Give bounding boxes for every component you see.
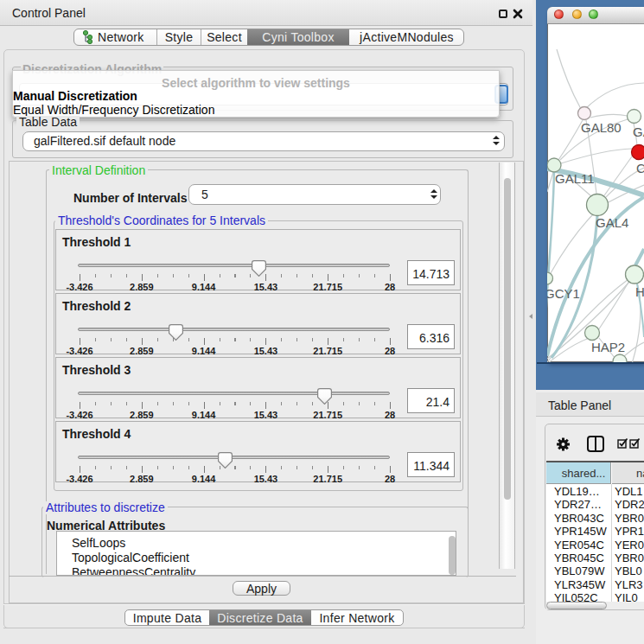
svg-text:GAL4: GAL4 xyxy=(596,215,628,230)
svg-text:GAL80: GAL80 xyxy=(581,120,622,135)
svg-text:GCY1: GCY1 xyxy=(547,286,580,301)
svg-text:HAP2: HAP2 xyxy=(591,340,625,354)
svg-text:C: C xyxy=(636,161,644,175)
svg-text:GA: GA xyxy=(633,124,644,139)
svg-text:GAL11: GAL11 xyxy=(555,171,595,186)
svg-text:H: H xyxy=(635,284,644,299)
